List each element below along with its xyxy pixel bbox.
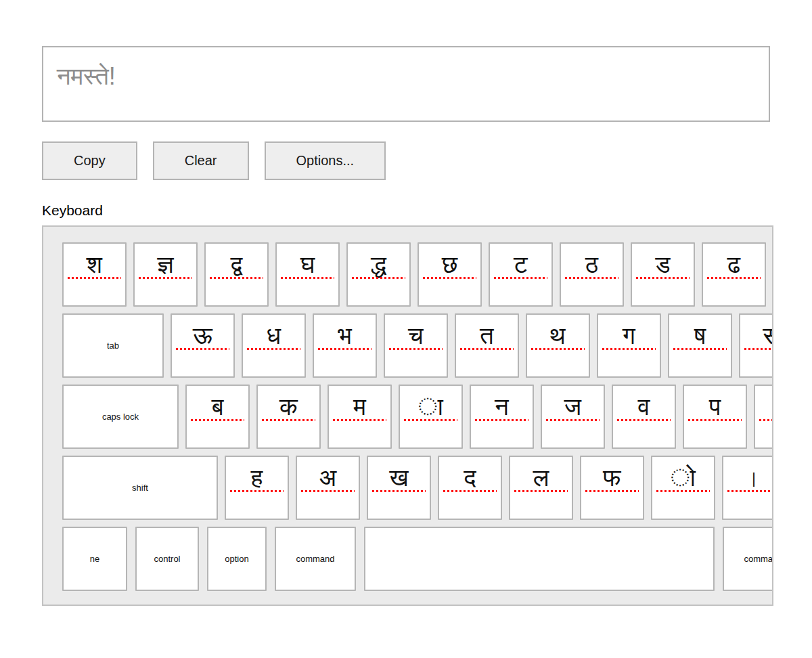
key-character: ढ <box>703 250 765 279</box>
key-character: द <box>439 464 501 492</box>
key-character: क <box>258 393 319 421</box>
key-character: भ <box>314 322 376 350</box>
char-key[interactable]: ष <box>668 313 732 378</box>
matra-guide-line <box>475 419 528 421</box>
page: Copy Clear Options... Keyboard शज्ञद्वघद… <box>0 0 812 606</box>
char-key[interactable]: ठ <box>560 242 624 307</box>
matra-guide-line <box>744 348 773 350</box>
char-key[interactable] <box>754 385 773 449</box>
matra-guide-line <box>176 348 229 350</box>
matra-guide-line <box>318 348 371 350</box>
key-character: थ <box>527 322 589 350</box>
key-character: ब <box>187 393 248 421</box>
char-key[interactable]: न <box>470 385 534 449</box>
char-key[interactable]: । <box>722 456 773 520</box>
char-key[interactable]: द्ध <box>346 242 411 307</box>
char-key[interactable]: ज्ञ <box>133 242 198 307</box>
char-key[interactable]: ◌ो <box>651 456 715 520</box>
char-key[interactable]: अ <box>296 456 360 520</box>
matra-guide-line <box>636 277 690 279</box>
matra-guide-line <box>404 419 457 421</box>
matra-guide-line <box>423 277 476 279</box>
caps-lock-key[interactable]: caps lock <box>62 385 179 449</box>
char-key[interactable]: फ <box>580 456 644 520</box>
char-key[interactable]: क <box>256 385 321 449</box>
matra-guide-line <box>389 348 443 350</box>
clear-button[interactable]: Clear <box>153 141 249 180</box>
char-key[interactable]: ध <box>242 313 306 378</box>
ne-key[interactable]: ne <box>62 527 127 591</box>
key-character: ऊ <box>172 322 233 350</box>
char-key[interactable]: ज <box>541 385 605 449</box>
space-key[interactable] <box>364 527 715 591</box>
key-label: command <box>724 528 773 590</box>
char-key[interactable]: च <box>384 313 448 378</box>
shift-key[interactable]: shift <box>62 456 218 520</box>
key-label: command <box>276 528 355 590</box>
char-key[interactable]: म <box>328 385 392 449</box>
matra-guide-line <box>191 419 244 421</box>
control-key[interactable]: control <box>135 527 199 591</box>
matra-guide-line <box>531 348 585 350</box>
tab-key[interactable]: tab <box>62 313 164 378</box>
char-key[interactable]: ल <box>509 456 573 520</box>
char-key[interactable]: ख <box>367 456 431 520</box>
keyboard-section-label: Keyboard <box>42 202 812 219</box>
char-key[interactable]: ह <box>225 456 289 520</box>
matra-guide-line <box>460 348 514 350</box>
char-key[interactable]: स <box>739 313 773 378</box>
matra-guide-line <box>230 490 284 492</box>
key-character: श <box>64 250 125 279</box>
matra-guide-line <box>68 277 121 279</box>
key-character: प <box>684 393 746 421</box>
matra-guide-line <box>247 348 300 350</box>
key-character: फ <box>581 464 643 492</box>
key-character: ग <box>598 322 660 350</box>
command-key[interactable]: command <box>275 527 356 591</box>
char-key[interactable]: ड <box>631 242 695 307</box>
char-key[interactable]: भ <box>313 313 377 378</box>
char-key[interactable]: ऊ <box>171 313 235 378</box>
char-key[interactable]: घ <box>275 242 340 307</box>
matra-guide-line <box>262 419 315 421</box>
char-key[interactable]: ढ <box>702 242 766 307</box>
key-character: त <box>456 322 518 350</box>
key-character: ज्ञ <box>135 250 196 279</box>
command-key[interactable]: command <box>723 527 773 591</box>
key-label: tab <box>64 315 162 376</box>
char-key[interactable]: श <box>62 242 127 307</box>
key-character: ष <box>669 322 731 350</box>
matra-guide-line <box>656 490 710 492</box>
char-key[interactable]: द <box>438 456 502 520</box>
matra-guide-line <box>688 419 742 421</box>
matra-guide-line <box>759 419 773 421</box>
key-character: ड <box>632 250 694 279</box>
char-key[interactable]: ब <box>185 385 250 449</box>
char-key[interactable]: त <box>455 313 519 378</box>
char-key[interactable]: थ <box>526 313 590 378</box>
char-key[interactable]: द्व <box>204 242 269 307</box>
keyboard: शज्ञद्वघद्धछटठडढtabऊधभचतथगषसcaps lockबकम… <box>42 225 773 606</box>
matra-guide-line <box>673 348 727 350</box>
keyboard-row: caps lockबकम◌ानजवप <box>62 385 773 449</box>
matra-guide-line <box>494 277 547 279</box>
char-key[interactable]: ◌ा <box>399 385 463 449</box>
matra-guide-line <box>352 277 405 279</box>
key-label: control <box>137 528 198 590</box>
key-character: म <box>329 393 390 421</box>
char-key[interactable]: ट <box>489 242 553 307</box>
options-button[interactable]: Options... <box>265 141 386 180</box>
key-character: द्ध <box>348 250 409 279</box>
char-key[interactable]: छ <box>418 242 482 307</box>
matra-guide-line <box>139 277 192 279</box>
matra-guide-line <box>617 419 671 421</box>
text-input[interactable] <box>42 46 770 122</box>
char-key[interactable]: प <box>683 385 747 449</box>
copy-button[interactable]: Copy <box>42 141 137 180</box>
matra-guide-line <box>602 348 656 350</box>
toolbar: Copy Clear Options... <box>42 141 812 180</box>
char-key[interactable]: ग <box>597 313 661 378</box>
key-character: घ <box>277 250 338 279</box>
option-key[interactable]: option <box>207 527 267 591</box>
char-key[interactable]: व <box>612 385 676 449</box>
